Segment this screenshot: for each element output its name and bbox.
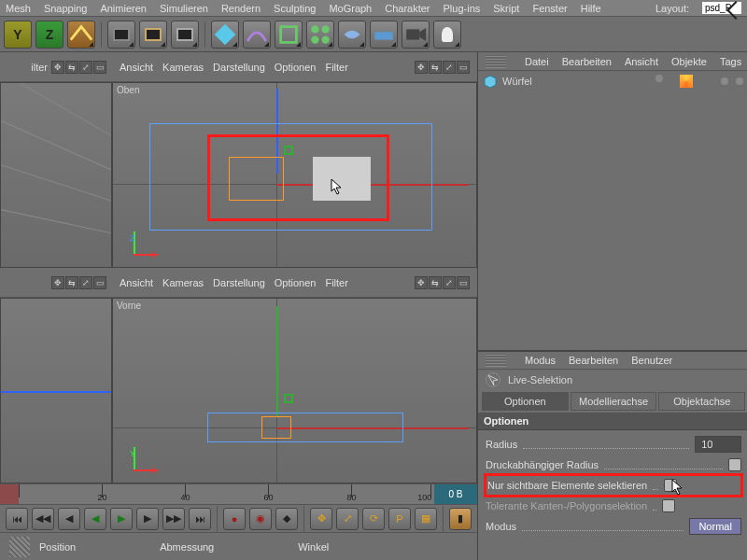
viewport-nav-icon[interactable]: ▭ [457,276,470,289]
menu-item[interactable]: Hilfe [581,3,601,14]
prev-frame-button[interactable]: ◀ [58,508,80,530]
menu-item[interactable]: Sculpting [274,3,316,14]
object-manager-tree[interactable]: Würfel [478,71,747,351]
tab-object-axis[interactable]: Objektachse [658,392,745,411]
key-param-button[interactable]: P [388,508,411,530]
filter-label[interactable]: ilter [31,62,48,73]
mode-dropdown[interactable]: Normal [689,518,741,535]
menu-item[interactable]: Objekte [671,56,707,67]
viewport-nav-icon[interactable]: ⤢ [443,61,456,74]
menu-item[interactable]: Skript [493,3,519,14]
menu-item[interactable]: Mesh [6,3,31,14]
menu-item[interactable]: MoGraph [329,3,372,14]
record-button[interactable]: ● [223,508,246,530]
viewport-nav-icon[interactable]: ⤢ [79,276,92,289]
back-arrow-icon[interactable] [728,1,743,16]
menu-item[interactable]: Charakter [385,3,430,14]
play-button[interactable]: ▶ [110,508,133,530]
key-move-button[interactable]: ✥ [310,508,332,530]
key-rotate-button[interactable]: ⟳ [362,508,385,530]
menu-item[interactable]: Benutzer [631,355,672,366]
nurbs-tool-button[interactable] [275,21,303,49]
axis-z-toggle[interactable]: Z [35,21,63,49]
menu-item[interactable]: Animieren [100,3,147,14]
prev-key-button[interactable]: ◀◀ [32,508,54,530]
layer-dot-icon[interactable] [655,75,663,82]
autokey-button[interactable]: ◉ [249,508,272,530]
key-scale-button[interactable]: ⤢ [336,508,359,530]
camera-button[interactable] [402,21,430,49]
viewport-nav-icon[interactable]: ✥ [415,276,428,289]
menu-item[interactable]: Plug-ins [444,3,481,14]
viewport-menu-item[interactable]: Filter [325,62,347,73]
play-back-button[interactable]: ◀ [84,508,106,530]
menu-item[interactable]: Snapping [44,3,88,14]
key-pla-button[interactable]: ▦ [415,508,437,530]
tab-options[interactable]: Optionen [482,392,569,411]
take-button[interactable]: ▮ [449,508,472,530]
pressure-checkbox[interactable] [728,458,741,471]
viewport-nav-icon[interactable]: ✥ [51,61,64,74]
viewport-menu-item[interactable]: Kameras [162,62,204,73]
viewport-perspective[interactable] [0,82,112,268]
visibility-render-dot[interactable] [736,77,743,85]
render-queue-button[interactable] [171,21,199,49]
viewport-top[interactable]: Oben X Z [112,82,477,268]
viewport-nav-icon[interactable]: ▭ [457,61,470,74]
viewport-front[interactable]: Vorne X Y [112,298,477,483]
grip-icon[interactable] [9,537,30,557]
viewport-nav-icon[interactable]: ⇆ [65,61,78,74]
next-key-button[interactable]: ▶▶ [162,508,185,530]
viewport-nav-icon[interactable]: ⇆ [429,276,442,289]
menu-item[interactable]: Datei [525,56,549,67]
timeline-end-field[interactable]: 0 B [434,484,477,504]
render-settings-button[interactable] [139,21,167,49]
array-tool-button[interactable] [306,21,334,49]
viewport-menu-item[interactable]: Ansicht [120,277,153,288]
next-frame-button[interactable]: ▶ [136,508,159,530]
viewport-nav-icon[interactable]: ⇆ [65,276,78,289]
viewport-nav-icon[interactable]: ▭ [93,276,106,289]
viewport-menu-item[interactable]: Optionen [275,277,317,288]
coordinate-system-toggle[interactable] [67,21,95,49]
tab-model-axis[interactable]: Modellierachse [571,392,657,411]
render-view-button[interactable] [107,21,135,49]
menu-item[interactable]: Tags [720,56,741,67]
viewport-nav-icon[interactable]: ⤢ [79,61,92,74]
menu-item[interactable]: Ansicht [625,56,658,67]
viewport-menu-item[interactable]: Kameras [162,277,204,288]
goto-start-button[interactable]: ⏮ [6,508,28,530]
viewport-menu-item[interactable]: Darstellung [213,62,265,73]
timeline-ruler[interactable]: 20 40 60 80 100 0 B [0,483,477,504]
visibility-editor-dot[interactable] [721,77,728,85]
menu-item[interactable]: Bearbeiten [562,56,612,67]
viewport-menu-item[interactable]: Filter [325,277,347,288]
axis-y-toggle[interactable]: Y [4,21,32,49]
environment-button[interactable] [370,21,398,49]
viewport-nav-icon[interactable]: ⤢ [443,276,456,289]
menu-item[interactable]: Bearbeiten [569,355,618,366]
menu-item[interactable]: Simulieren [160,3,208,14]
tolerant-checkbox[interactable] [662,499,675,512]
spline-tool-button[interactable] [243,21,271,49]
light-button[interactable] [433,21,461,49]
primitive-cube-button[interactable] [211,21,239,49]
viewport-menu-item[interactable]: Optionen [275,62,317,73]
menu-item[interactable]: Fenster [532,3,567,14]
menu-item[interactable]: Modus [525,355,556,366]
tag-icon[interactable] [680,75,693,88]
keyframe-sel-button[interactable]: ◆ [275,508,298,530]
viewport-nav-icon[interactable]: ✥ [51,276,64,289]
deformer-button[interactable] [338,21,366,49]
viewport-nav-icon[interactable]: ✥ [415,61,428,74]
viewport-menu-item[interactable]: Darstellung [213,277,265,288]
viewport-nav-icon[interactable]: ▭ [93,61,106,74]
grip-icon[interactable] [486,55,506,68]
menu-item[interactable]: Rendern [221,3,261,14]
grip-icon[interactable] [486,354,506,367]
goto-end-button[interactable]: ⏭ [189,508,211,530]
viewport-nav-icon[interactable]: ⇆ [429,61,442,74]
viewport-menu-item[interactable]: Ansicht [120,62,153,73]
object-name[interactable]: Würfel [502,76,532,87]
object-tree-item[interactable]: Würfel [484,75,743,88]
